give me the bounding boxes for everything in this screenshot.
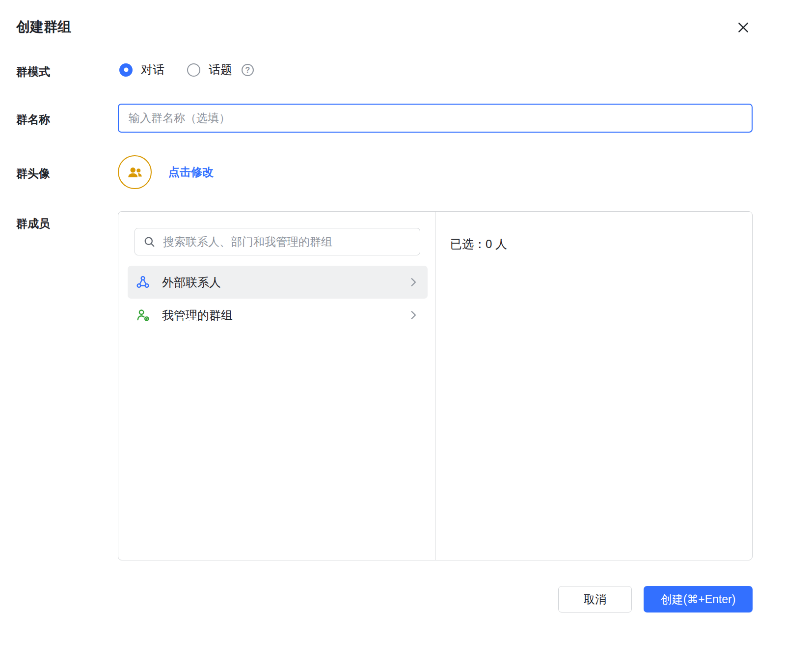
my-groups-icon <box>135 307 150 323</box>
members-source-list: 外部联系人 我管理的群组 <box>128 266 428 332</box>
list-item-label: 我管理的群组 <box>162 307 233 323</box>
close-button[interactable] <box>733 18 753 37</box>
group-name-input[interactable] <box>118 104 753 133</box>
group-avatar-row: 点击修改 <box>118 155 214 189</box>
members-search-input[interactable] <box>163 235 412 249</box>
members-search-box[interactable] <box>135 228 420 255</box>
members-picker-left-pane: 外部联系人 我管理的群组 <box>118 212 436 560</box>
external-contacts-icon <box>135 275 150 290</box>
close-icon <box>735 20 751 35</box>
dialog-title: 创建群组 <box>16 18 71 36</box>
group-avatar[interactable] <box>118 155 152 189</box>
group-mode-label: 群模式 <box>16 64 50 80</box>
help-icon[interactable]: ? <box>242 64 254 76</box>
avatar-edit-link[interactable]: 点击修改 <box>168 165 214 180</box>
radio-selected-icon[interactable] <box>119 63 133 77</box>
cancel-button[interactable]: 取消 <box>558 586 632 612</box>
radio-option-topic[interactable]: 话题 <box>187 62 232 78</box>
members-picker-right-pane: 已选：0 人 <box>436 212 752 560</box>
list-item-my-groups[interactable]: 我管理的群组 <box>128 299 428 332</box>
group-avatar-people-icon <box>126 163 144 182</box>
group-mode-radio-group: 对话 话题 ? <box>119 62 254 78</box>
group-avatar-label: 群头像 <box>16 166 50 181</box>
chevron-right-icon <box>406 308 420 322</box>
create-button[interactable]: 创建(⌘+Enter) <box>644 586 753 612</box>
list-item-label: 外部联系人 <box>162 275 221 290</box>
search-icon <box>143 235 156 249</box>
radio-option-chat[interactable]: 对话 <box>119 62 164 78</box>
radio-option-label: 话题 <box>209 62 232 78</box>
radio-option-label: 对话 <box>141 62 164 78</box>
members-picker-panel: 外部联系人 我管理的群组 <box>118 211 753 560</box>
list-item-external-contacts[interactable]: 外部联系人 <box>128 266 428 299</box>
selected-count-text: 已选：0 人 <box>450 236 752 252</box>
create-group-dialog: 创建群组 群模式 群名称 群头像 群成员 对话 话题 ? <box>0 0 812 668</box>
chevron-right-icon <box>406 276 420 289</box>
radio-unselected-icon[interactable] <box>187 63 200 77</box>
group-name-label: 群名称 <box>16 112 50 127</box>
group-members-label: 群成员 <box>16 216 50 231</box>
